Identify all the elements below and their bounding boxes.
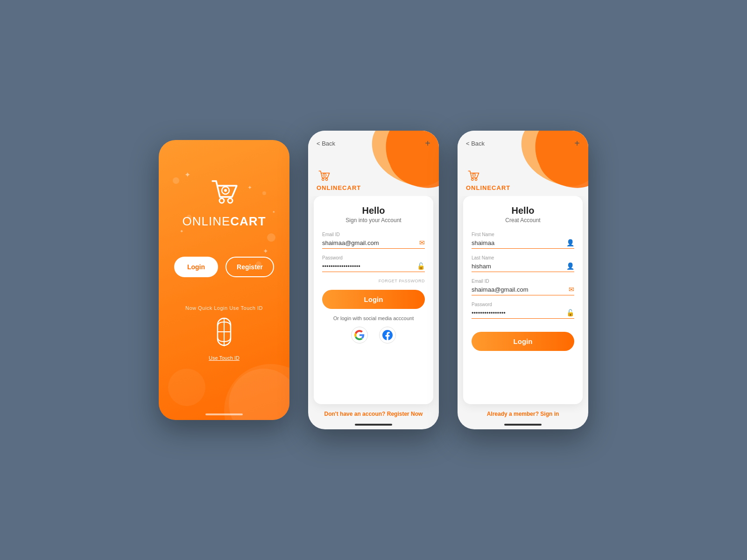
phone2-header: < Back + ONLINECART [308, 131, 439, 196]
cart-icon-2 [317, 169, 331, 182]
phone3-footer-link[interactable]: Sign in [540, 411, 559, 417]
email-icon-3: ✉ [569, 286, 574, 293]
email-input-3[interactable] [472, 286, 569, 293]
password-input-3[interactable] [472, 309, 566, 316]
phone2-navbar: < Back + [308, 138, 439, 149]
forget-password[interactable]: FORGET PASSWORD [322, 279, 425, 283]
password-row-3: 🔓 [472, 309, 574, 319]
person-icon-1: 👤 [566, 239, 574, 246]
firstname-row: 👤 [472, 239, 574, 249]
svg-point-12 [475, 178, 477, 180]
phone3-brand: ONLINECART [466, 169, 510, 191]
touch-id-label[interactable]: Use Touch ID [209, 355, 240, 361]
phone3-footer-text: Already a member? [487, 411, 539, 417]
splash-buttons: Login Register [174, 257, 274, 277]
plus-button-3[interactable]: + [574, 138, 580, 149]
login-button-2[interactable]: Login [322, 290, 425, 309]
password-input-2[interactable] [322, 263, 417, 270]
phone3-navbar: < Back + [458, 138, 588, 149]
svg-point-11 [472, 178, 473, 180]
phone-login: < Back + ONLINECART Hello Sign into your… [308, 131, 439, 429]
phone2-footer: Don't have an accoun? Register Now [308, 404, 439, 421]
phone3-brand-name: ONLINECART [466, 184, 510, 191]
phone2-brand: ONLINECART [317, 169, 361, 191]
firstname-field-group: First Name 👤 [472, 232, 574, 249]
quick-login-label: Now Quick Login Use Touch ID [185, 305, 263, 311]
star-icon-3: ✦ [180, 229, 183, 234]
email-field-group-2: Email ID ✉ [322, 232, 425, 249]
phone2-brand-name: ONLINECART [317, 184, 361, 191]
email-label-2: Email ID [322, 232, 425, 237]
svg-point-10 [324, 175, 325, 176]
back-button-3[interactable]: < Back [466, 140, 485, 147]
email-input-2[interactable] [322, 239, 419, 246]
person-icon-2: 👤 [566, 262, 574, 270]
home-bar-2 [355, 424, 392, 426]
cart-icon-3 [466, 169, 481, 182]
register-login-button[interactable]: Login [472, 332, 574, 351]
social-text-2: Or login with social media acccount [322, 315, 425, 321]
splash-brand: ONLINECART [182, 214, 266, 229]
phone3-subtitle: Creat Account [472, 217, 574, 224]
lock-icon-3: 🔓 [566, 309, 574, 316]
phone2-subtitle: Sign into your Account [322, 217, 425, 224]
lastname-label: Last Name [472, 255, 574, 260]
password-row-2: 🔓 [322, 262, 425, 272]
password-label-2: Password [322, 255, 425, 260]
email-row-2: ✉ [322, 239, 425, 249]
email-icon-2: ✉ [419, 239, 425, 246]
google-button[interactable] [351, 327, 368, 343]
star-icon-1: ✦ [184, 170, 190, 179]
svg-point-14 [473, 175, 475, 176]
svg-point-1 [228, 198, 233, 203]
fingerprint-icon[interactable] [212, 317, 236, 351]
firstname-label: First Name [472, 232, 574, 237]
phone3-title: Hello [472, 205, 574, 216]
social-icons-2 [322, 327, 425, 343]
phone-splash: ✦ ✦ ✦ ✦ ✦ ONLINECART Login Register Now … [159, 140, 289, 420]
svg-point-7 [322, 178, 324, 180]
star-icon-2: ✦ [247, 184, 252, 191]
facebook-button[interactable] [379, 327, 396, 343]
lastname-row: 👤 [472, 262, 574, 272]
star-icon-5: ✦ [272, 210, 275, 214]
cart-icon-splash [208, 177, 240, 210]
touch-id-section: Now Quick Login Use Touch ID Use Touch I… [185, 305, 263, 361]
email-field-group-3: Email ID ✉ [472, 279, 574, 295]
password-field-group-3: Password 🔓 [472, 302, 574, 319]
phone2-footer-text: Don't have an accoun? [324, 411, 386, 417]
home-bar-3 [504, 424, 542, 426]
phone3-footer: Already a member? Sign in [458, 404, 588, 421]
phone2-title: Hello [322, 205, 425, 216]
phone-register: < Back + ONLINECART Hello Creat Account … [458, 131, 588, 429]
password-field-group-2: Password 🔓 [322, 255, 425, 272]
lastname-field-group: Last Name 👤 [472, 255, 574, 272]
splash-register-button[interactable]: Register [226, 257, 274, 277]
phone3-form: Hello Creat Account First Name 👤 Last Na… [463, 196, 583, 404]
lock-icon-2: 🔓 [417, 262, 425, 270]
splash-login-button[interactable]: Login [174, 257, 218, 277]
svg-point-8 [325, 178, 327, 180]
phone3-header: < Back + ONLINECART [458, 131, 588, 196]
svg-point-0 [219, 198, 224, 203]
email-label-3: Email ID [472, 279, 574, 284]
svg-point-3 [224, 189, 227, 192]
lastname-input[interactable] [472, 263, 566, 270]
plus-button-2[interactable]: + [425, 138, 430, 149]
email-row-3: ✉ [472, 286, 574, 295]
password-label-3: Password [472, 302, 574, 307]
star-icon-4: ✦ [263, 247, 268, 255]
firstname-input[interactable] [472, 239, 566, 246]
phone2-footer-link[interactable]: Register Now [387, 411, 423, 417]
phone2-form: Hello Sign into your Account Email ID ✉ … [314, 196, 433, 404]
back-button-2[interactable]: < Back [317, 140, 335, 147]
home-bar [205, 413, 243, 415]
